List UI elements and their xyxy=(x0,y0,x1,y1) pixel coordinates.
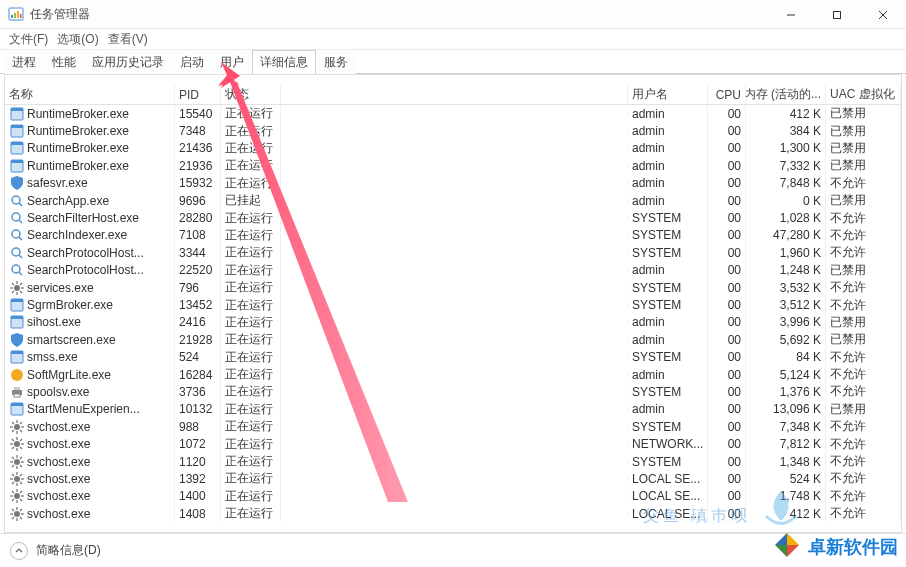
process-rows: RuntimeBroker.exe15540正在运行admin00412 K已禁… xyxy=(5,105,901,522)
col-header-memory[interactable]: 内存 (活动的... xyxy=(746,85,826,104)
tab-services[interactable]: 服务 xyxy=(316,50,356,74)
process-row[interactable]: SearchFilterHost.exe28280正在运行SYSTEM001,0… xyxy=(5,209,901,226)
tab-details[interactable]: 详细信息 xyxy=(252,50,316,74)
process-memory: 47,280 K xyxy=(746,226,826,244)
svg-line-32 xyxy=(12,283,14,285)
process-row[interactable]: SgrmBroker.exe13452正在运行SYSTEM003,512 K不允… xyxy=(5,296,901,313)
process-pid: 7348 xyxy=(175,122,221,140)
col-header-name[interactable]: 名称 xyxy=(5,85,175,104)
svg-line-90 xyxy=(20,499,22,501)
process-icon xyxy=(9,436,25,452)
process-row[interactable]: SearchApp.exe9696已挂起admin000 K已禁用 xyxy=(5,192,901,209)
process-cpu: 00 xyxy=(708,348,746,366)
task-manager-icon xyxy=(8,6,24,22)
process-name: smss.exe xyxy=(27,350,78,364)
svg-line-98 xyxy=(12,509,14,511)
process-cpu: 00 xyxy=(708,174,746,192)
window-controls xyxy=(768,0,906,29)
process-cpu: 00 xyxy=(708,418,746,436)
svg-rect-12 xyxy=(11,125,23,128)
process-icon xyxy=(9,193,25,209)
process-name: SgrmBroker.exe xyxy=(27,298,113,312)
process-icon xyxy=(9,210,25,226)
process-row[interactable]: svchost.exe988正在运行SYSTEM007,348 K不允许 xyxy=(5,418,901,435)
process-row[interactable]: svchost.exe1072正在运行NETWORK...007,812 K不允… xyxy=(5,435,901,452)
process-name: RuntimeBroker.exe xyxy=(27,141,129,155)
tab-processes[interactable]: 进程 xyxy=(4,50,44,74)
process-row[interactable]: StartMenuExperien...10132正在运行admin0013,0… xyxy=(5,401,901,418)
process-icon xyxy=(9,332,25,348)
svg-line-83 xyxy=(20,474,22,476)
process-row[interactable]: SearchProtocolHost...22520正在运行admin001,2… xyxy=(5,262,901,279)
process-row[interactable]: smartscreen.exe21928正在运行admin005,692 K已禁… xyxy=(5,331,901,348)
process-row[interactable]: RuntimeBroker.exe7348正在运行admin00384 K已禁用 xyxy=(5,122,901,139)
process-cpu: 00 xyxy=(708,383,746,401)
process-user: admin xyxy=(628,139,708,157)
col-header-status[interactable]: 状态 xyxy=(221,85,281,104)
process-row[interactable]: svchost.exe1120正在运行SYSTEM001,348 K不允许 xyxy=(5,453,901,470)
col-header-pid[interactable]: PID xyxy=(175,85,221,104)
process-row[interactable]: RuntimeBroker.exe15540正在运行admin00412 K已禁… xyxy=(5,105,901,122)
tab-app-history[interactable]: 应用历史记录 xyxy=(84,50,172,74)
process-name: RuntimeBroker.exe xyxy=(27,107,129,121)
process-memory: 0 K xyxy=(746,192,826,210)
process-cpu: 00 xyxy=(708,105,746,123)
process-row[interactable]: smss.exe524正在运行SYSTEM0084 K不允许 xyxy=(5,348,901,365)
process-memory: 7,348 K xyxy=(746,418,826,436)
process-user: admin xyxy=(628,174,708,192)
process-row[interactable]: spoolsv.exe3736正在运行SYSTEM001,376 K不允许 xyxy=(5,383,901,400)
process-row[interactable]: RuntimeBroker.exe21436正在运行admin001,300 K… xyxy=(5,140,901,157)
menu-file[interactable]: 文件(F) xyxy=(5,29,52,50)
brief-info-link[interactable]: 简略信息(D) xyxy=(36,542,101,559)
process-row[interactable]: safesvr.exe15932正在运行admin007,848 K不允许 xyxy=(5,175,901,192)
process-row[interactable]: SearchProtocolHost...3344正在运行SYSTEM001,9… xyxy=(5,244,901,261)
process-memory: 1,376 K xyxy=(746,383,826,401)
svg-point-57 xyxy=(14,441,20,447)
process-name: svchost.exe xyxy=(27,420,90,434)
menu-options[interactable]: 选项(O) xyxy=(53,29,102,50)
process-icon xyxy=(9,506,25,522)
process-icon xyxy=(9,123,25,139)
process-pid: 1400 xyxy=(175,487,221,505)
col-header-uac[interactable]: UAC 虚拟化 xyxy=(826,85,901,104)
menubar: 文件(F) 选项(O) 查看(V) xyxy=(0,29,906,50)
process-memory: 3,512 K xyxy=(746,296,826,314)
tab-users[interactable]: 用户 xyxy=(212,50,252,74)
process-pid: 1120 xyxy=(175,453,221,471)
svg-line-72 xyxy=(20,465,22,467)
chevron-up-icon[interactable] xyxy=(10,542,28,560)
tab-startup[interactable]: 启动 xyxy=(172,50,212,74)
process-name: SoftMgrLite.exe xyxy=(27,368,111,382)
titlebar: 任务管理器 xyxy=(0,0,906,29)
col-header-spacer[interactable] xyxy=(281,85,628,104)
svg-line-55 xyxy=(12,430,14,432)
process-cpu: 00 xyxy=(708,209,746,227)
svg-rect-44 xyxy=(14,387,20,390)
process-row[interactable]: svchost.exe1392正在运行LOCAL SE...00524 K不允许 xyxy=(5,470,901,487)
svg-line-101 xyxy=(20,509,22,511)
process-row[interactable]: SoftMgrLite.exe16284正在运行admin005,124 K不允… xyxy=(5,366,901,383)
col-header-cpu[interactable]: CPU xyxy=(708,85,746,104)
svg-point-21 xyxy=(12,230,20,238)
maximize-button[interactable] xyxy=(814,0,860,29)
process-pid: 9696 xyxy=(175,192,221,210)
process-name: svchost.exe xyxy=(27,437,90,451)
menu-view[interactable]: 查看(V) xyxy=(104,29,152,50)
process-row[interactable]: services.exe796正在运行SYSTEM003,532 K不允许 xyxy=(5,279,901,296)
col-header-user[interactable]: 用户名 xyxy=(628,85,708,104)
minimize-button[interactable] xyxy=(768,0,814,29)
svg-line-81 xyxy=(20,482,22,484)
process-row[interactable]: sihost.exe2416正在运行admin003,996 K已禁用 xyxy=(5,314,901,331)
process-user: SYSTEM xyxy=(628,418,708,436)
process-row[interactable]: SearchIndexer.exe7108正在运行SYSTEM0047,280 … xyxy=(5,227,901,244)
svg-point-17 xyxy=(12,196,20,204)
tab-performance[interactable]: 性能 xyxy=(44,50,84,74)
process-memory: 1,028 K xyxy=(746,209,826,227)
process-row[interactable]: RuntimeBroker.exe21936正在运行admin007,332 K… xyxy=(5,157,901,174)
process-name: SearchIndexer.exe xyxy=(27,228,127,242)
svg-point-48 xyxy=(14,424,20,430)
process-icon xyxy=(9,419,25,435)
close-button[interactable] xyxy=(860,0,906,29)
process-name: services.exe xyxy=(27,281,94,295)
process-user: SYSTEM xyxy=(628,226,708,244)
